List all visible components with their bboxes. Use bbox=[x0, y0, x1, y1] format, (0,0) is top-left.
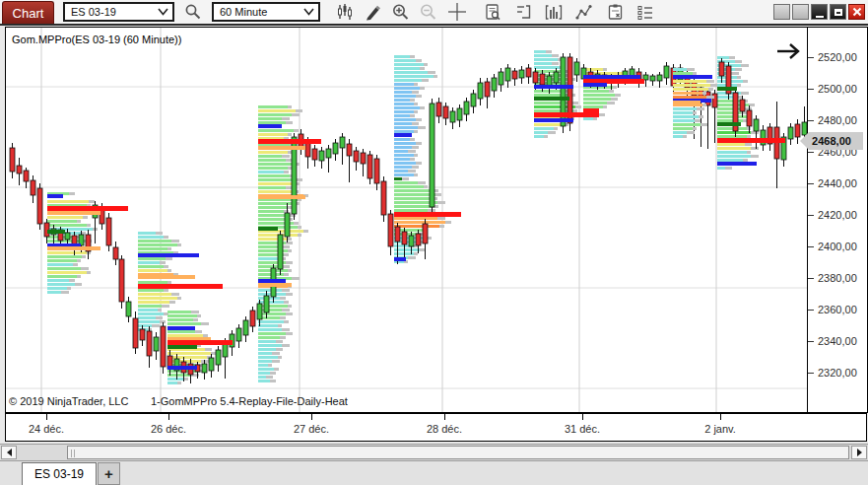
date-label: 26 déc. bbox=[139, 423, 198, 435]
profile-row-tail bbox=[195, 330, 202, 333]
zoom-out-icon[interactable] bbox=[417, 2, 438, 22]
profile-row-tail bbox=[729, 56, 735, 59]
profile-row-tail bbox=[280, 297, 286, 300]
profile-row bbox=[258, 133, 288, 136]
list-icon[interactable] bbox=[634, 2, 656, 22]
candle bbox=[471, 94, 476, 106]
profile-row bbox=[394, 87, 420, 90]
profile-row bbox=[258, 257, 280, 260]
profile-row-tail bbox=[751, 147, 759, 150]
profile-row-tail bbox=[203, 334, 208, 337]
profile-row-tail bbox=[83, 216, 88, 219]
value-area-line bbox=[167, 345, 197, 349]
profile-row-tail bbox=[695, 119, 701, 122]
profile-row bbox=[394, 114, 410, 117]
bars-icon[interactable] bbox=[334, 2, 356, 22]
go-to-end-arrow-icon[interactable] bbox=[774, 40, 804, 62]
profile-row-tail bbox=[87, 271, 91, 274]
scroll-right-button[interactable] bbox=[851, 446, 867, 459]
profile-row bbox=[258, 159, 286, 162]
profile-row bbox=[717, 151, 747, 154]
profile-row bbox=[673, 127, 693, 130]
candle bbox=[24, 171, 29, 181]
profile-row bbox=[534, 90, 562, 93]
profile-row bbox=[258, 178, 296, 181]
profile-row bbox=[717, 135, 747, 138]
tab-es-03-19[interactable]: ES 03-19 bbox=[22, 462, 97, 485]
profile-row-tail bbox=[284, 253, 289, 256]
profile-row bbox=[167, 322, 201, 325]
crosshair-icon[interactable] bbox=[446, 2, 468, 22]
profile-row-tail bbox=[166, 257, 172, 260]
profile-row-tail bbox=[272, 360, 280, 363]
profile-row-tail bbox=[416, 118, 422, 121]
candle bbox=[450, 111, 455, 122]
interval-selector[interactable]: 60 Minute bbox=[212, 2, 320, 22]
value-area-line bbox=[258, 195, 305, 199]
candle bbox=[347, 144, 352, 156]
profile-row-tail bbox=[191, 311, 199, 313]
scroll-left-button[interactable] bbox=[1, 446, 17, 459]
candle bbox=[367, 155, 372, 178]
profile-row-tail bbox=[424, 63, 428, 66]
instrument-link-button[interactable] bbox=[773, 4, 790, 20]
chart-window: Chart ES 03-19 60 Minute bbox=[0, 0, 868, 485]
profile-row bbox=[717, 100, 743, 103]
horizontal-scrollbar[interactable] bbox=[0, 444, 868, 461]
profile-row bbox=[138, 243, 177, 246]
profile-row bbox=[138, 312, 164, 315]
histogram-icon[interactable] bbox=[543, 2, 565, 22]
profile-row-tail bbox=[177, 297, 181, 300]
date-label: 27 déc. bbox=[282, 423, 341, 435]
search-icon[interactable] bbox=[182, 2, 204, 22]
profile-row bbox=[534, 135, 544, 138]
candle bbox=[264, 296, 269, 312]
profile-row bbox=[258, 380, 270, 382]
zoom-in-icon[interactable] bbox=[389, 2, 411, 22]
profile-row bbox=[258, 129, 294, 132]
add-tab-button[interactable]: + bbox=[98, 462, 120, 485]
profile-row-tail bbox=[266, 376, 273, 379]
panel-icon[interactable] bbox=[512, 2, 534, 22]
profile-row-tail bbox=[288, 133, 292, 136]
profile-row-tail bbox=[434, 75, 437, 78]
profile-row bbox=[258, 368, 274, 371]
profile-row bbox=[717, 167, 725, 170]
date-axis[interactable]: 24 déc.26 déc.27 déc.28 déc.31 déc.2 jan… bbox=[5, 413, 867, 442]
profile-row bbox=[258, 348, 276, 351]
price-axis[interactable]: 2520,002500,002480,002460,002440,002420,… bbox=[808, 27, 868, 413]
date-label: 2 janv. bbox=[691, 423, 750, 435]
profile-row-tail bbox=[603, 105, 607, 108]
profile-row-tail bbox=[412, 146, 419, 149]
profile-row bbox=[394, 79, 422, 82]
chart-workspace-tab[interactable]: Chart bbox=[2, 1, 54, 24]
maximize-button[interactable] bbox=[830, 4, 846, 20]
profile-row bbox=[167, 334, 203, 337]
price-tick-label: 2480,00 bbox=[818, 114, 857, 126]
chevron-down-icon bbox=[303, 8, 314, 16]
strategy-icon[interactable] bbox=[604, 2, 626, 22]
minimize-button[interactable] bbox=[811, 4, 828, 20]
profile-row bbox=[258, 202, 292, 205]
close-button[interactable] bbox=[848, 4, 865, 20]
pencil-icon[interactable] bbox=[362, 2, 383, 22]
candle bbox=[381, 181, 386, 215]
profile-row bbox=[394, 118, 416, 121]
price-tick-label: 2360,00 bbox=[818, 304, 857, 315]
interval-link-button[interactable] bbox=[792, 4, 809, 20]
price-tick-label: 2380,00 bbox=[818, 272, 857, 284]
profile-row bbox=[47, 259, 77, 262]
candle bbox=[312, 149, 317, 160]
profile-row-tail bbox=[437, 201, 445, 204]
profile-row bbox=[258, 155, 282, 158]
profile-row-tail bbox=[687, 131, 695, 134]
zigzag-icon[interactable] bbox=[573, 2, 595, 22]
profile-row-tail bbox=[69, 192, 75, 195]
profile-row-tail bbox=[416, 162, 422, 165]
poc-line bbox=[138, 284, 223, 289]
chart-canvas[interactable]: Gom.MPPro(ES 03-19 (60 Minute)) © 2019 N… bbox=[5, 27, 808, 413]
profile-row bbox=[258, 336, 280, 339]
instrument-selector[interactable]: ES 03-19 bbox=[63, 2, 174, 22]
report-icon[interactable] bbox=[482, 2, 503, 22]
scrollbar-thumb[interactable] bbox=[67, 446, 849, 459]
